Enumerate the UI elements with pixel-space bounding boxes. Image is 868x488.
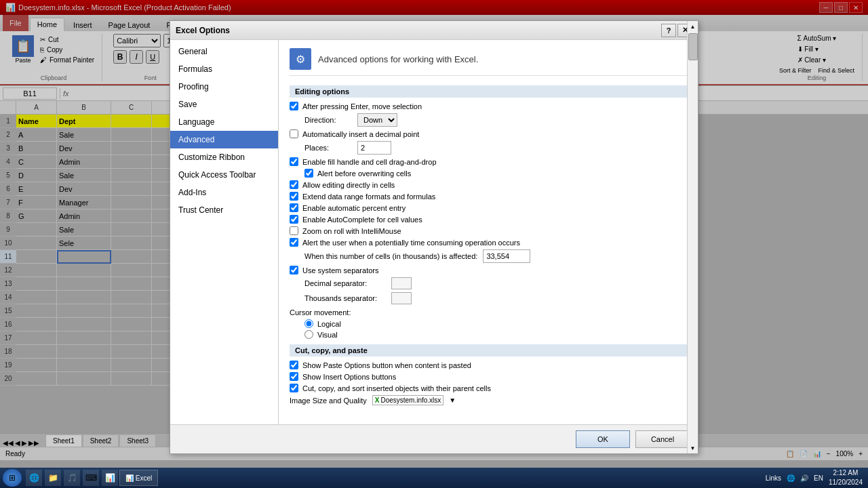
- dialog-help-button[interactable]: ?: [661, 24, 676, 37]
- taskbar-ie[interactable]: 🌐: [26, 470, 42, 486]
- dialog-footer: OK Cancel: [170, 424, 698, 453]
- label-sys-sep: Use system separators: [302, 266, 378, 274]
- checkbox-alert-slow[interactable]: [290, 238, 298, 247]
- cursor-visual-row: Visual: [304, 330, 687, 339]
- label-extend-formats: Extend data range formats and formulas: [302, 192, 435, 201]
- taskbar: ⊞ 🌐 📁 🎵 ⌨ 📊 📊 Excel Links 🌐 🔊 EN 2:12 AM…: [0, 468, 868, 488]
- option-sys-sep: Use system separators: [290, 266, 687, 274]
- label-after-enter: After pressing Enter, move selection: [302, 102, 422, 110]
- decimal-sep-label: Decimal separator:: [304, 279, 386, 287]
- label-cut-sort: Cut, copy, and sort inserted objects wit…: [302, 384, 491, 392]
- checkbox-cut-sort[interactable]: [290, 384, 298, 392]
- label-intellimouse: Zoom on roll with IntelliMouse: [302, 227, 401, 235]
- start-button[interactable]: ⊞: [3, 469, 22, 487]
- label-auto-percent: Enable automatic percent entry: [302, 204, 406, 212]
- cells-affected-row: When this number of cells (in thousands)…: [304, 249, 687, 263]
- sidebar-item-add-ins[interactable]: Add-Ins: [170, 184, 278, 201]
- taskbar-tray: Links 🌐 🔊 EN 2:12 AM 11/20/2024: [763, 468, 865, 487]
- sidebar-item-save[interactable]: Save: [170, 96, 278, 113]
- checkbox-intellimouse[interactable]: [290, 226, 298, 235]
- excel-options-dialog: Excel Options ? ✕ General Formulas Proof…: [170, 20, 698, 454]
- taskbar-cmd[interactable]: ⌨: [83, 470, 99, 486]
- image-quality-dropdown-icon[interactable]: ▼: [449, 396, 456, 404]
- checkbox-insert-options[interactable]: [290, 372, 298, 381]
- taskbar-date: 11/20/2024: [829, 478, 863, 487]
- direction-select[interactable]: Down Up Left Right: [357, 113, 397, 127]
- dialog-sidebar: General Formulas Proofing Save Language …: [170, 40, 279, 424]
- taskbar-excel-window[interactable]: 📊 Excel: [119, 470, 158, 486]
- label-auto-complete: Enable AutoComplete for cell values: [302, 216, 422, 224]
- cut-copy-paste-header: Cut, copy, and paste: [290, 344, 687, 357]
- taskbar-media[interactable]: 🎵: [64, 470, 80, 486]
- checkbox-direct-edit[interactable]: [290, 180, 298, 189]
- sidebar-item-proofing[interactable]: Proofing: [170, 78, 278, 96]
- cells-affected-input[interactable]: [483, 249, 530, 263]
- label-alert-overwrite: Alert before overwriting cells: [317, 169, 411, 178]
- editing-options-header: Editing options: [290, 85, 687, 98]
- option-extend-formats: Extend data range formats and formulas: [290, 192, 687, 201]
- options-icon: ⚙: [290, 48, 311, 70]
- label-direct-edit: Allow editing directly in cells: [302, 181, 395, 189]
- dialog-title-text: Excel Options: [176, 26, 230, 35]
- taskbar-excel-icon[interactable]: 📊: [102, 470, 118, 486]
- image-quality-label: Image Size and Quality: [290, 396, 367, 405]
- image-quality-row: Image Size and Quality X Doesystem.info.…: [290, 395, 687, 405]
- taskbar-volume[interactable]: 🔊: [800, 474, 808, 482]
- dialog-title-bar: Excel Options ? ✕: [170, 21, 698, 40]
- checkbox-auto-percent[interactable]: [290, 203, 298, 212]
- dialog-body: General Formulas Proofing Save Language …: [170, 40, 698, 424]
- option-paste-options: Show Paste Options button when content i…: [290, 361, 687, 369]
- cancel-button[interactable]: Cancel: [635, 430, 690, 448]
- cursor-movement-label: Cursor movement:: [290, 308, 687, 317]
- scroll-thumb[interactable]: [688, 40, 698, 60]
- sidebar-item-language[interactable]: Language: [170, 113, 278, 131]
- dialog-main: ⚙ Advanced options for working with Exce…: [279, 40, 698, 424]
- option-decimal-point: Automatically insert a decimal point: [290, 129, 687, 138]
- cursor-movement-section: Logical Visual: [304, 319, 687, 339]
- checkbox-sys-sep[interactable]: [290, 266, 298, 274]
- sidebar-item-quick-access[interactable]: Quick Access Toolbar: [170, 166, 278, 184]
- option-intellimouse: Zoom on roll with IntelliMouse: [290, 226, 687, 235]
- excel-file-icon: X: [375, 396, 380, 404]
- radio-visual[interactable]: [304, 330, 313, 339]
- places-input[interactable]: [357, 141, 391, 155]
- radio-logical[interactable]: [304, 319, 313, 328]
- option-fill-handle: Enable fill handle and cell drag-and-dro…: [290, 157, 687, 166]
- option-auto-percent: Enable automatic percent entry: [290, 203, 687, 212]
- direction-row: Direction: Down Up Left Right: [304, 113, 687, 127]
- thousands-sep-row: Thousands separator:: [304, 292, 687, 304]
- checkbox-paste-options[interactable]: [290, 361, 298, 369]
- checkbox-auto-complete[interactable]: [290, 215, 298, 224]
- sidebar-item-customize-ribbon[interactable]: Customize Ribbon: [170, 148, 278, 166]
- taskbar-lang[interactable]: EN: [814, 474, 823, 482]
- label-alert-slow: Alert the user when a potentially time c…: [302, 239, 520, 247]
- label-paste-options: Show Paste Options button when content i…: [302, 361, 471, 369]
- checkbox-alert-overwrite[interactable]: [304, 169, 313, 178]
- ok-button[interactable]: OK: [576, 430, 630, 448]
- taskbar-time: 2:12 AM: [829, 468, 863, 478]
- option-auto-complete: Enable AutoComplete for cell values: [290, 215, 687, 224]
- sidebar-item-advanced[interactable]: Advanced: [170, 131, 278, 148]
- label-visual: Visual: [317, 331, 338, 339]
- thousands-sep-input[interactable]: [391, 292, 412, 304]
- image-file-name: Doesystem.info.xlsx: [380, 396, 441, 404]
- label-logical: Logical: [317, 320, 341, 328]
- checkbox-extend-formats[interactable]: [290, 192, 298, 201]
- sidebar-item-formulas[interactable]: Formulas: [170, 60, 278, 78]
- checkbox-fill-handle[interactable]: [290, 157, 298, 166]
- taskbar-explorer[interactable]: 📁: [45, 470, 61, 486]
- taskbar-clock: 2:12 AM 11/20/2024: [829, 468, 863, 487]
- taskbar-network: 🌐: [787, 474, 795, 482]
- checkbox-after-enter[interactable]: [290, 102, 298, 110]
- decimal-sep-input[interactable]: [391, 277, 412, 289]
- taskbar-links[interactable]: Links: [766, 474, 781, 482]
- taskbar-quicklaunch: 🌐 📁 🎵 ⌨ 📊: [26, 470, 118, 486]
- dialog-scrollbar[interactable]: ▲ ▼: [687, 40, 698, 424]
- image-file-indicator: X Doesystem.info.xlsx: [372, 395, 444, 405]
- sidebar-item-trust-center[interactable]: Trust Center: [170, 201, 278, 219]
- checkbox-decimal-point[interactable]: [290, 129, 298, 138]
- option-insert-options: Show Insert Options buttons: [290, 372, 687, 381]
- option-alert-overwrite: Alert before overwriting cells: [304, 169, 687, 178]
- sidebar-item-general[interactable]: General: [170, 43, 278, 60]
- places-row: Places:: [304, 141, 687, 155]
